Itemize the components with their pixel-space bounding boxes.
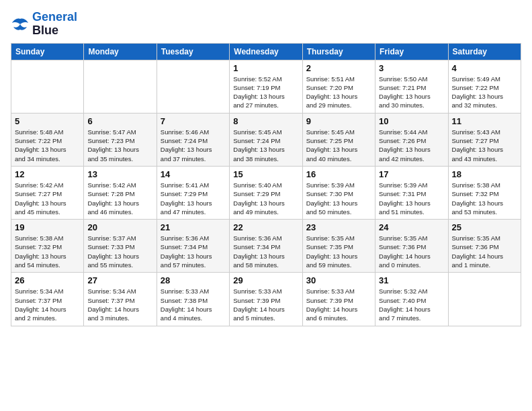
- day-info: Sunrise: 5:35 AMSunset: 7:35 PMDaylight:…: [306, 234, 371, 269]
- day-info: Sunrise: 5:38 AMSunset: 7:32 PMDaylight:…: [15, 234, 80, 269]
- calendar-cell: 17Sunrise: 5:39 AMSunset: 7:31 PMDayligh…: [375, 166, 448, 219]
- page-header: General Blue: [11, 11, 521, 38]
- calendar-cell: 4Sunrise: 5:49 AMSunset: 7:22 PMDaylight…: [448, 60, 521, 113]
- day-info: Sunrise: 5:42 AMSunset: 7:27 PMDaylight:…: [15, 181, 80, 216]
- calendar-cell: 9Sunrise: 5:45 AMSunset: 7:25 PMDaylight…: [302, 113, 375, 166]
- calendar-cell: [448, 273, 521, 326]
- day-info: Sunrise: 5:50 AMSunset: 7:21 PMDaylight:…: [379, 75, 444, 110]
- day-info: Sunrise: 5:51 AMSunset: 7:20 PMDaylight:…: [306, 75, 371, 110]
- day-number: 27: [87, 275, 152, 285]
- calendar-table: SundayMondayTuesdayWednesdayThursdayFrid…: [11, 43, 521, 326]
- day-info: Sunrise: 5:33 AMSunset: 7:39 PMDaylight:…: [306, 287, 371, 322]
- day-info: Sunrise: 5:35 AMSunset: 7:36 PMDaylight:…: [452, 234, 517, 269]
- day-info: Sunrise: 5:34 AMSunset: 7:37 PMDaylight:…: [87, 287, 152, 322]
- day-of-week-header: Monday: [84, 43, 157, 60]
- calendar-week-row: 19Sunrise: 5:38 AMSunset: 7:32 PMDayligh…: [11, 220, 521, 273]
- day-of-week-header: Wednesday: [230, 43, 302, 60]
- logo-bird-icon: [11, 16, 30, 32]
- day-info: Sunrise: 5:34 AMSunset: 7:37 PMDaylight:…: [15, 287, 80, 322]
- day-info: Sunrise: 5:39 AMSunset: 7:31 PMDaylight:…: [379, 181, 444, 216]
- logo: General Blue: [11, 11, 77, 38]
- day-number: 2: [306, 63, 371, 73]
- day-of-week-header: Thursday: [302, 43, 375, 60]
- day-number: 26: [15, 275, 80, 285]
- day-number: 24: [379, 222, 444, 232]
- day-info: Sunrise: 5:48 AMSunset: 7:22 PMDaylight:…: [15, 128, 80, 163]
- calendar-cell: [157, 60, 229, 113]
- calendar-cell: 28Sunrise: 5:33 AMSunset: 7:38 PMDayligh…: [157, 273, 229, 326]
- day-number: 3: [379, 63, 444, 73]
- calendar-cell: 31Sunrise: 5:32 AMSunset: 7:40 PMDayligh…: [375, 273, 448, 326]
- day-number: 5: [15, 116, 80, 126]
- calendar-cell: 6Sunrise: 5:47 AMSunset: 7:23 PMDaylight…: [84, 113, 157, 166]
- day-number: 17: [379, 169, 444, 179]
- day-number: 22: [233, 222, 298, 232]
- calendar-week-row: 26Sunrise: 5:34 AMSunset: 7:37 PMDayligh…: [11, 273, 521, 326]
- day-info: Sunrise: 5:32 AMSunset: 7:40 PMDaylight:…: [379, 287, 444, 322]
- calendar-cell: 26Sunrise: 5:34 AMSunset: 7:37 PMDayligh…: [11, 273, 84, 326]
- day-number: 6: [87, 116, 152, 126]
- day-info: Sunrise: 5:39 AMSunset: 7:30 PMDaylight:…: [306, 181, 371, 216]
- day-number: 16: [306, 169, 371, 179]
- day-number: 23: [306, 222, 371, 232]
- day-number: 19: [15, 222, 80, 232]
- calendar-cell: 20Sunrise: 5:37 AMSunset: 7:33 PMDayligh…: [84, 220, 157, 273]
- calendar-cell: 5Sunrise: 5:48 AMSunset: 7:22 PMDaylight…: [11, 113, 84, 166]
- calendar-week-row: 5Sunrise: 5:48 AMSunset: 7:22 PMDaylight…: [11, 113, 521, 166]
- day-number: 12: [15, 169, 80, 179]
- day-info: Sunrise: 5:43 AMSunset: 7:27 PMDaylight:…: [452, 128, 517, 163]
- day-number: 20: [87, 222, 152, 232]
- day-info: Sunrise: 5:35 AMSunset: 7:36 PMDaylight:…: [379, 234, 444, 269]
- day-info: Sunrise: 5:42 AMSunset: 7:28 PMDaylight:…: [87, 181, 152, 216]
- calendar-cell: 10Sunrise: 5:44 AMSunset: 7:26 PMDayligh…: [375, 113, 448, 166]
- calendar-cell: 13Sunrise: 5:42 AMSunset: 7:28 PMDayligh…: [84, 166, 157, 219]
- day-of-week-header: Saturday: [448, 43, 521, 60]
- calendar-cell: 11Sunrise: 5:43 AMSunset: 7:27 PMDayligh…: [448, 113, 521, 166]
- day-info: Sunrise: 5:37 AMSunset: 7:33 PMDaylight:…: [87, 234, 152, 269]
- calendar-cell: 25Sunrise: 5:35 AMSunset: 7:36 PMDayligh…: [448, 220, 521, 273]
- day-number: 8: [233, 116, 298, 126]
- day-info: Sunrise: 5:40 AMSunset: 7:29 PMDaylight:…: [233, 181, 298, 216]
- calendar-cell: 30Sunrise: 5:33 AMSunset: 7:39 PMDayligh…: [302, 273, 375, 326]
- day-number: 14: [161, 169, 226, 179]
- calendar-cell: 3Sunrise: 5:50 AMSunset: 7:21 PMDaylight…: [375, 60, 448, 113]
- calendar-cell: [11, 60, 84, 113]
- day-info: Sunrise: 5:38 AMSunset: 7:32 PMDaylight:…: [452, 181, 517, 216]
- calendar-header-row: SundayMondayTuesdayWednesdayThursdayFrid…: [11, 43, 521, 60]
- calendar-cell: 24Sunrise: 5:35 AMSunset: 7:36 PMDayligh…: [375, 220, 448, 273]
- day-number: 1: [233, 63, 298, 73]
- day-info: Sunrise: 5:46 AMSunset: 7:24 PMDaylight:…: [161, 128, 226, 163]
- day-of-week-header: Tuesday: [157, 43, 229, 60]
- day-number: 28: [161, 275, 226, 285]
- day-number: 9: [306, 116, 371, 126]
- calendar-cell: 21Sunrise: 5:36 AMSunset: 7:34 PMDayligh…: [157, 220, 229, 273]
- calendar-cell: 14Sunrise: 5:41 AMSunset: 7:29 PMDayligh…: [157, 166, 229, 219]
- calendar-cell: [84, 60, 157, 113]
- calendar-cell: 2Sunrise: 5:51 AMSunset: 7:20 PMDaylight…: [302, 60, 375, 113]
- day-info: Sunrise: 5:44 AMSunset: 7:26 PMDaylight:…: [379, 128, 444, 163]
- day-number: 18: [452, 169, 517, 179]
- day-info: Sunrise: 5:36 AMSunset: 7:34 PMDaylight:…: [233, 234, 298, 269]
- day-info: Sunrise: 5:47 AMSunset: 7:23 PMDaylight:…: [87, 128, 152, 163]
- logo-text: General Blue: [32, 11, 77, 38]
- day-info: Sunrise: 5:49 AMSunset: 7:22 PMDaylight:…: [452, 75, 517, 110]
- calendar-cell: 18Sunrise: 5:38 AMSunset: 7:32 PMDayligh…: [448, 166, 521, 219]
- day-number: 30: [306, 275, 371, 285]
- day-number: 13: [87, 169, 152, 179]
- day-number: 21: [161, 222, 226, 232]
- calendar-cell: 7Sunrise: 5:46 AMSunset: 7:24 PMDaylight…: [157, 113, 229, 166]
- calendar-cell: 19Sunrise: 5:38 AMSunset: 7:32 PMDayligh…: [11, 220, 84, 273]
- day-info: Sunrise: 5:33 AMSunset: 7:38 PMDaylight:…: [161, 287, 226, 322]
- day-number: 15: [233, 169, 298, 179]
- calendar-cell: 27Sunrise: 5:34 AMSunset: 7:37 PMDayligh…: [84, 273, 157, 326]
- day-number: 7: [161, 116, 226, 126]
- calendar-week-row: 12Sunrise: 5:42 AMSunset: 7:27 PMDayligh…: [11, 166, 521, 219]
- day-info: Sunrise: 5:45 AMSunset: 7:24 PMDaylight:…: [233, 128, 298, 163]
- day-number: 29: [233, 275, 298, 285]
- calendar-cell: 22Sunrise: 5:36 AMSunset: 7:34 PMDayligh…: [230, 220, 302, 273]
- day-of-week-header: Friday: [375, 43, 448, 60]
- calendar-cell: 15Sunrise: 5:40 AMSunset: 7:29 PMDayligh…: [230, 166, 302, 219]
- day-number: 10: [379, 116, 444, 126]
- day-number: 4: [452, 63, 517, 73]
- calendar-cell: 23Sunrise: 5:35 AMSunset: 7:35 PMDayligh…: [302, 220, 375, 273]
